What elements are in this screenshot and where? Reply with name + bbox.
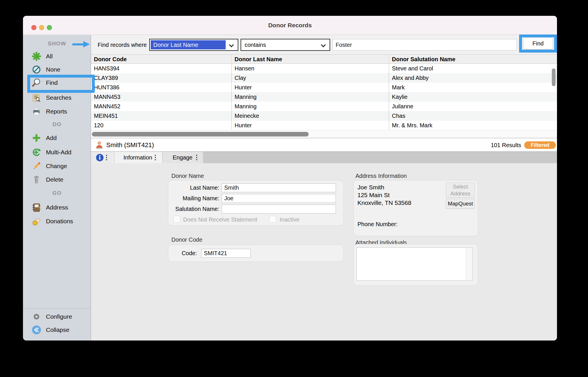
sidebar-item-searches[interactable]: Searches (23, 93, 91, 103)
salutation-name-input[interactable] (222, 205, 336, 213)
sidebar-item-label: Change (46, 163, 67, 170)
cell-donor-code: MANN452 (91, 102, 231, 111)
cell-salutation: Mark (389, 83, 557, 92)
sidebar-divider (23, 308, 91, 309)
saved-searches-icon (32, 93, 41, 103)
sidebar-item-label: Address (46, 204, 68, 211)
sidebar-item-label: Collapse (46, 326, 69, 333)
sidebar-item-label: Reports (46, 108, 67, 115)
attached-individuals-panel (353, 244, 478, 286)
person-icon (95, 141, 104, 151)
gear-icon (32, 312, 41, 322)
sidebar-item-delete[interactable]: Delete (23, 174, 91, 185)
cell-last-name: Hunter (231, 83, 389, 92)
table-row[interactable]: HUNT386 Hunter Mark (91, 83, 557, 92)
address-information-group-title: Address Information (355, 173, 407, 179)
filtered-badge[interactable]: Filtered (524, 141, 556, 149)
cell-donor-code: HUNT386 (91, 83, 231, 92)
donor-name-group-title: Donor Name (171, 173, 204, 179)
column-header-donor-code[interactable]: Donor Code (91, 55, 231, 64)
last-name-label: Last Name: (168, 184, 219, 191)
horizontal-scrollbar (91, 130, 557, 138)
mapquest-button[interactable]: MapQuest (446, 199, 475, 209)
cell-donor-code: MEIN451 (91, 111, 231, 121)
cell-salutation: Chas (389, 111, 557, 121)
table-row[interactable]: MEIN451 Meinecke Chas (91, 111, 557, 121)
sidebar-section-go: GO (23, 190, 91, 197)
tab-label: Information (123, 154, 152, 161)
mailing-name-input[interactable] (222, 194, 336, 203)
info-segment[interactable]: ⋮ (91, 152, 114, 163)
sidebar-section-do: DO (23, 121, 91, 128)
menu-dots-icon[interactable]: ⋮ (194, 152, 200, 163)
donor-records-window: Donor Records SHOW All None (23, 16, 557, 341)
address-book-icon (32, 203, 41, 212)
does-not-receive-statement-checkbox[interactable] (173, 216, 180, 223)
sidebar-item-all[interactable]: All (23, 51, 91, 61)
query-input[interactable] (332, 39, 517, 51)
table-row[interactable]: MANN452 Manning Juilanne (91, 102, 557, 111)
field-select[interactable]: Donor Last Name (149, 39, 238, 51)
sidebar-item-label: Configure (46, 313, 72, 320)
tab-information[interactable]: Information ⋮ (114, 152, 162, 163)
results-table: HANS394 Hansen Steve and Carol CLAY389 C… (91, 64, 557, 130)
sidebar-item-add[interactable]: Add (23, 133, 91, 143)
sidebar-item-address[interactable]: Address (23, 202, 91, 213)
table-row[interactable]: 120 Hunter Mr. & Mrs. Mark (91, 121, 557, 130)
cell-salutation: Steve and Carol (389, 64, 557, 73)
field-select-value: Donor Last Name (151, 40, 226, 49)
cell-salutation: Alex and Abby (389, 73, 557, 83)
cell-donor-code: MANN453 (91, 92, 231, 102)
donor-code-group-title: Donor Code (171, 236, 202, 243)
sidebar-item-change[interactable]: Change (23, 161, 91, 171)
menu-dots-icon[interactable]: ⋮ (103, 152, 110, 163)
table-row[interactable]: HANS394 Hansen Steve and Carol (91, 64, 557, 73)
chevron-down-icon (229, 43, 234, 47)
record-title: Smith (SMIT421) (106, 138, 154, 152)
table-row[interactable]: CLAY389 Clay Alex and Abby (91, 73, 557, 83)
sidebar-item-label: All (46, 53, 53, 60)
sidebar-item-collapse[interactable]: Collapse (23, 325, 91, 335)
sidebar-item-multi-add[interactable]: Multi-Add (23, 147, 91, 157)
hand-coin-icon (32, 216, 41, 226)
sidebar-item-label: Searches (46, 94, 71, 101)
column-header-donor-last-name[interactable]: Donor Last Name (231, 55, 389, 64)
title-bar: Donor Records (23, 16, 557, 35)
operator-select[interactable]: contains (241, 39, 330, 51)
sidebar-item-none[interactable]: None (23, 64, 91, 75)
sidebar-item-donations[interactable]: Donations (23, 216, 91, 226)
find-button[interactable]: Find (523, 37, 553, 49)
column-header-donor-salutation-name[interactable]: Donor Salutation Name (389, 55, 557, 64)
annotation-highlight-find-sidebar-item (27, 75, 95, 93)
sidebar-item-reports[interactable]: Reports (23, 106, 91, 117)
annotation-arrow-head (83, 41, 90, 47)
cell-donor-code: HANS394 (91, 64, 231, 73)
sidebar-item-label: Donations (46, 218, 73, 225)
cell-salutation: Mr. & Mrs. Mark (389, 121, 557, 130)
printer-icon (32, 107, 41, 116)
cell-donor-code: 120 (91, 121, 231, 130)
cell-salutation: Kaylie (389, 92, 557, 102)
tab-engage[interactable]: Engage ⋮ (163, 152, 203, 163)
sidebar-item-configure[interactable]: Configure (23, 311, 91, 322)
info-icon (96, 154, 104, 163)
last-name-input[interactable] (222, 183, 336, 192)
horizontal-scrollbar-thumb[interactable] (92, 132, 309, 136)
circular-plus-arrow-icon (32, 147, 41, 157)
code-input[interactable] (201, 249, 251, 258)
donor-code-panel: Code: (168, 245, 344, 262)
attached-individuals-list[interactable] (357, 247, 473, 281)
table-row[interactable]: MANN453 Manning Kaylie (91, 92, 557, 102)
list-scrollbar-track[interactable] (466, 248, 472, 280)
vertical-scrollbar-thumb[interactable] (552, 68, 556, 86)
inactive-label: Inactive (280, 216, 299, 223)
find-bar: Find records where Donor Last Name conta… (91, 35, 557, 55)
cell-donor-code: CLAY389 (91, 73, 231, 83)
menu-dots-icon[interactable]: ⋮ (152, 152, 158, 163)
trash-icon (32, 175, 41, 184)
address-city-line: Knoxville, TN 53568 (357, 199, 411, 207)
select-address-button[interactable]: Select Address (446, 182, 475, 198)
mailing-name-label: Mailing Name: (168, 195, 219, 202)
inactive-checkbox[interactable] (269, 216, 276, 223)
cell-last-name: Manning (231, 92, 389, 102)
